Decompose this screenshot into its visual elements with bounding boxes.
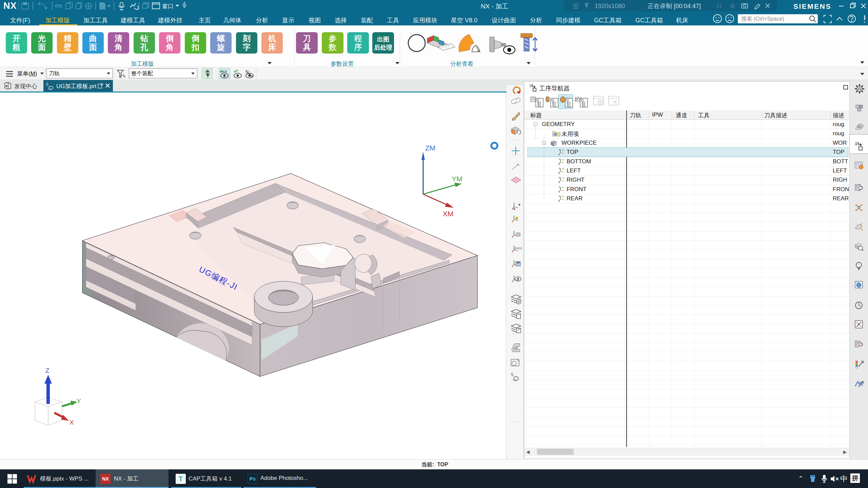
svg-text:5: 5 (46, 82, 48, 87)
svg-text:(ooo): (ooo) (515, 246, 522, 250)
svg-text:Y: Y (562, 149, 564, 152)
svg-text:Y: Y (562, 158, 564, 161)
svg-text:Y: Y (562, 195, 564, 198)
svg-text:z: z (559, 176, 560, 179)
svg-text:MCS: MCS (220, 70, 227, 73)
svg-text:z: z (559, 186, 560, 188)
svg-text:正在录制 [00:04:47]: 正在录制 [00:04:47] (648, 3, 701, 9)
svg-text:z: z (559, 148, 560, 151)
svg-text:z: z (559, 167, 560, 170)
svg-text:Y: Y (562, 186, 564, 189)
svg-text:5: 5 (511, 372, 513, 377)
svg-text:Y: Y (562, 167, 564, 170)
svg-text:1920x1080: 1920x1080 (595, 3, 625, 9)
svg-text:z: z (559, 158, 560, 161)
svg-text:Y: Y (562, 177, 564, 180)
svg-text:z: z (559, 195, 560, 198)
svg-text:窗口: 窗口 (162, 3, 174, 9)
